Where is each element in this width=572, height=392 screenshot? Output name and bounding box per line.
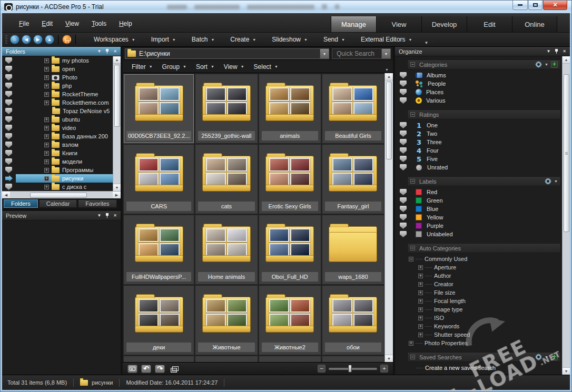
folder-tile[interactable]: обои: [322, 286, 384, 355]
gear-icon[interactable]: [545, 178, 551, 185]
quickselect-shield-icon[interactable]: [5, 125, 12, 131]
chevron-down-icon[interactable]: ▼: [545, 63, 548, 66]
folder-tile[interactable]: Erotic Sexy Girls: [259, 145, 321, 214]
folder-tree-item[interactable]: +ubuntu: [2, 115, 113, 124]
folder-tree-item[interactable]: +взлом: [2, 140, 113, 149]
quickselect-shield-icon[interactable]: [5, 74, 12, 81]
expand-plus-icon[interactable]: +: [44, 176, 49, 181]
tab-calendar[interactable]: Calendar: [39, 199, 77, 208]
zoom-slider-thumb[interactable]: [348, 365, 352, 373]
pin-icon[interactable]: [555, 49, 558, 54]
quickselect-shield-icon[interactable]: [400, 139, 407, 145]
auto-category-item[interactable]: +Photo Properties: [395, 339, 562, 347]
expand-plus-icon[interactable]: +: [44, 75, 49, 80]
folder-tile[interactable]: animals: [259, 74, 321, 143]
zoom-slider[interactable]: [329, 368, 377, 370]
zoom-out-button[interactable]: −: [318, 365, 326, 373]
title-bar[interactable]: рисунки - ACDSee Pro 5 - Trial ✕: [1, 1, 571, 13]
tab-favorites[interactable]: Favorites: [78, 199, 116, 208]
quickselect-shield-icon[interactable]: [400, 72, 407, 78]
quickselect-shield-icon[interactable]: [5, 99, 12, 106]
auto-category-item[interactable]: −Commonly Used: [395, 255, 562, 263]
folder-tile[interactable]: Fantasy_girl: [322, 145, 384, 214]
folder-tile[interactable]: деки: [124, 286, 194, 355]
path-dropdown-icon[interactable]: ▼: [320, 49, 329, 58]
scroll-down-icon[interactable]: ▼: [385, 355, 393, 362]
folder-tree-item[interactable]: +Книги: [2, 149, 113, 157]
menu-help[interactable]: Help: [114, 19, 137, 28]
rating-item[interactable]: 1One: [395, 121, 562, 129]
folder-tile[interactable]: 00D05CB73EE3_92.2...: [124, 74, 194, 143]
quickselect-shield-icon[interactable]: [400, 223, 407, 229]
expand-plus-icon[interactable]: +: [44, 92, 49, 97]
tab-develop[interactable]: Develop: [421, 16, 467, 32]
folder-tile[interactable]: Животные: [195, 286, 257, 355]
section-header-saved-searches[interactable]: −Saved Searches▼: [407, 352, 561, 362]
rating-item[interactable]: 3Three: [395, 138, 562, 146]
view-menu-filter[interactable]: Filter▼: [127, 63, 157, 71]
folder-tile[interactable]: waps_1680: [322, 215, 384, 284]
folder-tile[interactable]: cats: [195, 145, 257, 214]
quickselect-shield-icon[interactable]: [400, 206, 407, 212]
maximize-button[interactable]: [528, 1, 543, 10]
expand-plus-icon[interactable]: +: [44, 168, 49, 173]
toolbar-menu-create[interactable]: Create▼: [222, 36, 264, 43]
expand-plus-icon[interactable]: +: [418, 290, 423, 295]
auto-category-item[interactable]: +Author: [395, 272, 562, 280]
close-button[interactable]: ✕: [543, 1, 567, 10]
close-icon[interactable]: ✕: [563, 49, 566, 54]
quickselect-shield-icon[interactable]: [400, 81, 407, 87]
compare-windows-icon[interactable]: [169, 365, 179, 373]
organize-vscrollbar[interactable]: ▲ ▼: [562, 56, 570, 375]
quickselect-shield-icon[interactable]: [5, 66, 12, 72]
selected-pointer-icon[interactable]: [5, 175, 13, 182]
quickselect-shield-icon[interactable]: [5, 158, 12, 165]
scroll-up-icon[interactable]: ▲: [385, 73, 393, 81]
expand-plus-icon[interactable]: +: [418, 299, 423, 304]
category-item[interactable]: Places: [395, 88, 562, 96]
path-bar[interactable]: E:\рисунки ▼: [125, 48, 329, 59]
scroll-up-icon[interactable]: ▲: [113, 56, 121, 64]
folder-tree-item[interactable]: +Rockettheme.com: [2, 98, 113, 107]
up-icon[interactable]: ▲: [45, 35, 54, 44]
quickselect-shield-icon[interactable]: [400, 147, 407, 154]
toolbar-menu-workspaces[interactable]: Workspaces▼: [86, 36, 143, 43]
folder-tree-item[interactable]: +video: [2, 124, 113, 132]
folder-tree-item[interactable]: Topaz DeNoise v5: [2, 107, 113, 115]
gear-icon[interactable]: [535, 354, 542, 360]
expand-plus-icon[interactable]: +: [44, 84, 49, 88]
expand-plus-icon[interactable]: +: [409, 341, 413, 346]
folder-tile[interactable]: Животные2: [259, 286, 321, 355]
toolbar-overflow-icon[interactable]: ▼: [425, 41, 429, 45]
folder-tree-item[interactable]: +с диска с: [2, 183, 113, 191]
quick-search-input[interactable]: Quick Search ▼: [332, 48, 391, 59]
expand-plus-icon[interactable]: +: [44, 126, 49, 130]
folder-tile[interactable]: 255239_gothic-wall: [195, 74, 257, 143]
quickselect-shield-icon[interactable]: [5, 142, 12, 148]
menu-edit[interactable]: Edit: [36, 19, 58, 28]
quickselect-shield-icon[interactable]: [5, 108, 12, 114]
scroll-up-icon[interactable]: ▲: [563, 56, 570, 64]
category-item[interactable]: Albums: [395, 71, 562, 79]
preview-toggle-icon[interactable]: [127, 365, 137, 373]
folder-tree-item[interactable]: +модели: [2, 157, 113, 166]
quickselect-shield-icon[interactable]: [400, 130, 407, 137]
quickselect-shield-icon[interactable]: [400, 189, 407, 195]
expand-plus-icon[interactable]: +: [44, 185, 49, 189]
rotate-right-icon[interactable]: [155, 365, 165, 373]
rating-item[interactable]: Unrated: [395, 163, 562, 172]
pin-icon[interactable]: [105, 49, 109, 54]
expand-plus-icon[interactable]: +: [418, 274, 423, 278]
thumbnail-vscrollbar[interactable]: ▲ ▼: [384, 73, 393, 362]
view-menu-group[interactable]: Group▼: [158, 63, 191, 71]
auto-category-item[interactable]: +Keywords: [395, 322, 562, 330]
folder-tree-item[interactable]: +База данных 200: [2, 132, 113, 140]
menu-file[interactable]: File: [14, 19, 34, 28]
home-icon[interactable]: ⌂: [10, 35, 19, 44]
expand-plus-icon[interactable]: +: [418, 316, 423, 320]
expand-plus-icon[interactable]: +: [44, 67, 49, 72]
auto-category-item[interactable]: +Image type: [395, 305, 562, 314]
collapse-minus-icon[interactable]: −: [410, 112, 415, 117]
section-header-labels[interactable]: −Labels▼: [407, 176, 561, 186]
collapse-minus-icon[interactable]: −: [410, 246, 415, 250]
